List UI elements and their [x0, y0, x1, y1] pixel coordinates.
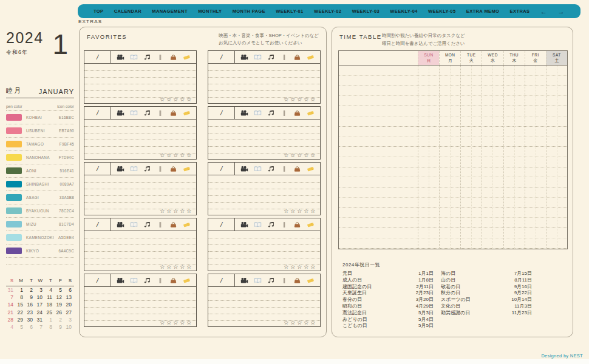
favorite-box-header: / [84, 107, 196, 120]
rating-stars[interactable]: ☆☆☆☆☆ [284, 152, 317, 158]
chopsticks-icon [280, 221, 288, 228]
mini-calendar-date[interactable]: 12 [55, 294, 64, 301]
nav-item-monthly[interactable]: MONTHLY [198, 8, 222, 14]
mini-calendar-date[interactable]: 11 [45, 294, 55, 301]
mini-calendar-date[interactable]: 20 [64, 301, 74, 308]
mini-calendar-date[interactable]: 26 [55, 309, 64, 316]
dotted-rule [208, 252, 320, 258]
mini-calendar-date[interactable]: 22 [16, 309, 26, 316]
mini-calendar-date[interactable]: 4 [6, 323, 16, 331]
forward-arrow[interactable]: → [557, 8, 564, 15]
mini-calendar-date[interactable]: 31 [6, 286, 16, 294]
holiday-name: 海の日 [441, 271, 503, 277]
mini-calendar-date[interactable]: 29 [16, 316, 26, 323]
color-name: AONI [26, 169, 36, 173]
mini-calendar-date[interactable]: 7 [6, 294, 16, 301]
mini-calendar-date[interactable]: 1 [45, 316, 55, 323]
dotted-rule [208, 189, 320, 196]
mini-calendar-date[interactable]: 5 [55, 286, 64, 294]
color-name: MIZU [26, 222, 36, 226]
mini-calendar-date[interactable]: 19 [55, 301, 64, 308]
mini-calendar-date[interactable]: 10 [64, 323, 74, 331]
mini-calendar-date[interactable]: 9 [55, 323, 64, 331]
timetable-body[interactable] [339, 66, 567, 249]
rating-stars[interactable]: ☆☆☆☆☆ [160, 96, 193, 103]
favorite-note-area[interactable]: ☆☆☆☆☆ [84, 175, 196, 215]
favorite-box-header: / [208, 51, 320, 64]
favorite-note-area[interactable]: ☆☆☆☆☆ [84, 287, 196, 326]
mini-calendar-date[interactable]: 8 [45, 323, 55, 331]
back-arrow[interactable]: ← [540, 8, 547, 15]
mini-calendar-date[interactable]: 6 [64, 286, 74, 294]
favorite-note-area[interactable]: ☆☆☆☆☆ [84, 120, 196, 159]
favorite-date-cell[interactable]: / [208, 274, 235, 286]
nav-item-weekly-04[interactable]: WEEKLY-04 [390, 8, 417, 14]
mini-calendar-date[interactable]: 25 [45, 309, 55, 316]
favorite-note-area[interactable]: ☆☆☆☆☆ [208, 175, 320, 215]
favorite-note-area[interactable]: ☆☆☆☆☆ [84, 64, 196, 103]
favorite-note-area[interactable]: ☆☆☆☆☆ [208, 120, 320, 159]
favorite-date-cell[interactable]: / [208, 107, 235, 119]
mini-calendar-date[interactable]: 14 [6, 301, 16, 308]
favorite-date-cell[interactable]: / [84, 107, 111, 119]
mini-calendar-date[interactable]: 3 [35, 286, 45, 294]
rating-stars[interactable]: ☆☆☆☆☆ [284, 319, 317, 326]
rating-stars[interactable]: ☆☆☆☆☆ [284, 263, 317, 270]
rating-stars[interactable]: ☆☆☆☆☆ [160, 263, 193, 270]
nav-item-weekly-05[interactable]: WEEKLY-05 [428, 8, 455, 14]
mini-calendar-date[interactable]: 4 [45, 286, 55, 294]
ticket-icon [307, 110, 315, 116]
mini-calendar-date[interactable]: 6 [26, 323, 35, 331]
mini-calendar-date[interactable]: 30 [26, 316, 35, 323]
nav-item-weekly-03[interactable]: WEEKLY-03 [352, 8, 380, 14]
favorite-date-cell[interactable]: / [84, 218, 111, 231]
favorite-note-area[interactable]: ☆☆☆☆☆ [84, 231, 196, 271]
open-book-icon [130, 277, 138, 284]
mini-calendar-date[interactable]: 15 [16, 301, 26, 308]
nav-item-management[interactable]: MANAGEMENT [152, 8, 188, 14]
nav-item-month-page[interactable]: MONTH PAGE [233, 8, 265, 14]
favorite-date-cell[interactable]: / [84, 51, 111, 63]
mini-calendar-date[interactable]: 13 [64, 294, 74, 301]
nav-item-weekly-02[interactable]: WEEKLY-02 [314, 8, 341, 14]
mini-calendar-date[interactable]: 21 [6, 309, 16, 316]
mini-calendar-date[interactable]: 2 [55, 316, 64, 323]
mini-calendar-date[interactable]: 10 [35, 294, 45, 301]
nav-item-calendar[interactable]: CALENDAR [114, 8, 141, 14]
mini-calendar-date[interactable]: 16 [26, 301, 35, 308]
favorite-date-cell[interactable]: / [208, 163, 235, 175]
nav-item-top[interactable]: TOP [94, 8, 103, 14]
mini-calendar-date[interactable]: 5 [16, 323, 26, 331]
mini-calendar-date[interactable]: 24 [35, 309, 45, 316]
mini-calendar-date[interactable]: 17 [35, 301, 45, 308]
mini-calendar-date[interactable]: 23 [26, 309, 35, 316]
mini-calendar-date[interactable]: 7 [35, 323, 45, 331]
favorite-note-area[interactable]: ☆☆☆☆☆ [208, 64, 320, 103]
rating-stars[interactable]: ☆☆☆☆☆ [284, 207, 317, 214]
mini-calendar-date[interactable]: 1 [16, 286, 26, 294]
favorite-date-cell[interactable]: / [84, 274, 111, 286]
rating-stars[interactable]: ☆☆☆☆☆ [284, 96, 317, 103]
rating-stars[interactable]: ☆☆☆☆☆ [160, 319, 193, 326]
day-header-jp: 日 [427, 58, 431, 64]
favorite-note-area[interactable]: ☆☆☆☆☆ [208, 287, 320, 326]
rating-stars[interactable]: ☆☆☆☆☆ [160, 207, 193, 214]
mini-calendar-date[interactable]: 2 [26, 286, 35, 294]
nav-item-extras[interactable]: EXTRAS [510, 8, 530, 14]
mini-calendar-date[interactable]: 9 [26, 294, 35, 301]
month-row: 睦月 JANUARY [6, 86, 74, 98]
nav-item-extra-memo[interactable]: EXTRA MEMO [466, 8, 500, 14]
mini-calendar-date[interactable]: 28 [6, 316, 16, 323]
mini-calendar-date[interactable]: 18 [45, 301, 55, 308]
rating-stars[interactable]: ☆☆☆☆☆ [160, 152, 193, 158]
favorite-date-cell[interactable]: / [208, 51, 235, 63]
favorite-note-area[interactable]: ☆☆☆☆☆ [208, 231, 320, 271]
mini-calendar-date[interactable]: 31 [35, 316, 45, 323]
favorite-date-cell[interactable]: / [208, 218, 235, 231]
nav-item-weekly-01[interactable]: WEEKLY-01 [276, 8, 303, 14]
mini-calendar-date[interactable]: 8 [16, 294, 26, 301]
mini-calendar-date[interactable]: 3 [64, 316, 74, 323]
mini-calendar-date[interactable]: 27 [64, 309, 74, 316]
favorite-date-cell[interactable]: / [84, 163, 111, 175]
holiday-row: 成人の日1月8日 [342, 277, 434, 284]
